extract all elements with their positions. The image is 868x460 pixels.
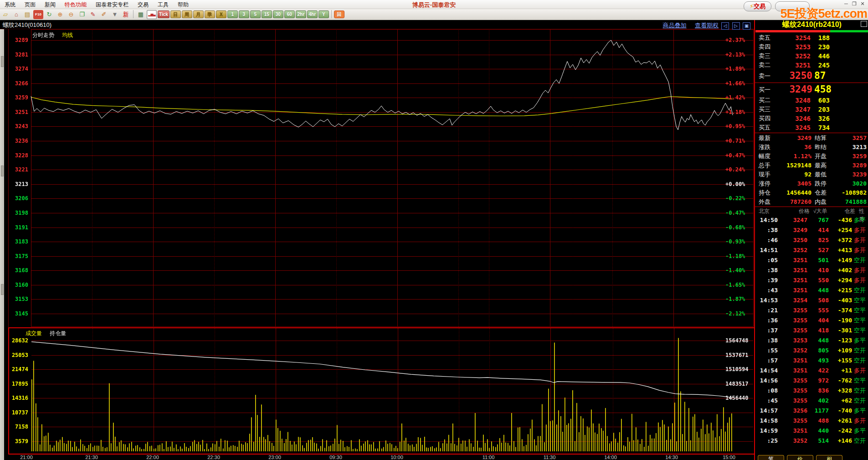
quote-grid-icon[interactable]: ▦ — [136, 10, 146, 19]
period-button-30[interactable]: 30 — [273, 10, 283, 18]
overlay-icon[interactable]: ❐ — [77, 10, 87, 19]
zoom-in-icon[interactable]: ⊕ — [55, 10, 65, 19]
zoom-out-icon[interactable]: ⊖ — [66, 10, 76, 19]
period-button-1[interactable]: 1 — [227, 10, 238, 18]
period-button-15[interactable]: 15 — [262, 10, 272, 18]
volume-axis-label: 28632 — [7, 337, 28, 344]
tick-row[interactable]: 14:533254508-403空平 — [755, 295, 868, 305]
stat-row: 最新3249结算3257 — [755, 134, 868, 143]
replay-button[interactable]: 回 — [334, 10, 344, 18]
period-button-2hr[interactable]: 2hr — [296, 10, 306, 18]
tick-row[interactable]: :463250825+372多开 — [755, 235, 868, 245]
back-arrow-icon[interactable]: ◁ — [721, 22, 729, 30]
ask-row[interactable]: 卖五3254188 — [755, 33, 868, 42]
tick-row[interactable]: 14:543251422+11多开 — [755, 366, 868, 376]
period-button-60[interactable]: 60 — [284, 10, 295, 18]
draw-icon[interactable]: ✎ — [88, 10, 98, 19]
tick-row[interactable]: :363255404-190空平 — [755, 315, 868, 326]
volume-label[interactable]: 成交量 — [26, 330, 42, 336]
time-axis-label: 14:30 — [662, 455, 682, 460]
tick-row[interactable]: 14:5732561177-740多平 — [755, 406, 868, 416]
menu-bar: 系统页面新闻特色功能国泰君安专栏交易工具帮助 博易云-国泰君安 — [0, 0, 868, 9]
tick-row[interactable]: 14:503247767-436多平 — [755, 215, 868, 225]
refresh-icon[interactable]: ↻ — [44, 10, 54, 19]
split-view-icon[interactable]: ▣ — [743, 22, 750, 30]
bid-row[interactable]: 买三3247203 — [755, 105, 868, 114]
folder-icon[interactable]: ▱ — [0, 10, 10, 19]
period-button-Tick[interactable]: Tick — [158, 10, 169, 18]
f10-icon[interactable]: F10 — [33, 10, 43, 19]
tick-row[interactable]: 14:593251440-242多平 — [755, 426, 868, 436]
tick-row[interactable]: 14:583255488+261多开 — [755, 416, 868, 426]
menu-item-帮助[interactable]: 帮助 — [173, 0, 193, 9]
price-axis-label: 3213 — [7, 181, 28, 187]
tick-row[interactable]: :053251501+149空开 — [755, 255, 868, 265]
tick-row[interactable]: :433251448+215空开 — [755, 285, 868, 295]
buy-ratio-segment — [830, 30, 868, 32]
filter-icon[interactable]: ▼ — [110, 10, 120, 19]
menu-item-工具[interactable]: 工具 — [153, 0, 173, 9]
period-button-4hr[interactable]: 4hr — [307, 10, 318, 18]
period-button-日[interactable]: 日 — [170, 10, 181, 18]
menu-item-新闻[interactable]: 新闻 — [40, 0, 60, 9]
tick-row[interactable]: :083255836+328空开 — [755, 386, 868, 396]
menu-item-交易[interactable]: 交易 — [133, 0, 153, 9]
side-splitter[interactable] — [0, 29, 4, 460]
tick-row[interactable]: 14:513252527+413多开 — [755, 245, 868, 255]
tick-row[interactable]: :383253448-123多平 — [755, 336, 868, 346]
bid-row[interactable]: 买五3245734 — [755, 123, 868, 132]
ask1-row[interactable]: 卖一325087 — [755, 70, 868, 82]
ask-row[interactable]: 卖二3251245 — [755, 61, 868, 70]
bid-row[interactable]: 买二3248603 — [755, 96, 868, 105]
tick-table[interactable]: 14:503247767-436多平:383249414+254多开:46325… — [755, 215, 868, 446]
ask-row[interactable]: 卖四3253230 — [755, 42, 868, 52]
timeshare-label[interactable]: 分时走势 — [32, 32, 54, 38]
tick-row[interactable]: :253252514+146空开 — [755, 436, 868, 446]
tick-row[interactable]: :453255402+62空开 — [755, 396, 868, 406]
volume-pane: 成交量 持仓量 — [8, 327, 754, 455]
open-interest-label[interactable]: 持仓量 — [50, 330, 66, 336]
menu-item-国泰君安专栏[interactable]: 国泰君安专栏 — [91, 0, 133, 9]
ask-row[interactable]: 卖三3252446 — [755, 52, 868, 61]
tick-row[interactable]: :213255555-374空平 — [755, 305, 868, 315]
trade-button[interactable]: ⚡交易 — [744, 1, 771, 11]
ma-label[interactable]: 均线 — [62, 32, 73, 38]
tick-row[interactable]: :573251493+155空开 — [755, 356, 868, 366]
overlay-link[interactable]: 商品叠加 — [663, 22, 687, 29]
bid-row[interactable]: 买四3246326 — [755, 114, 868, 123]
forward-arrow-icon[interactable]: ▷ — [732, 22, 740, 30]
timeshare-chart-icon[interactable]: ▂▅▃ — [147, 10, 157, 19]
news-icon[interactable]: ▤ — [22, 10, 32, 19]
period-button-季[interactable]: 季 — [205, 10, 215, 18]
tick-row[interactable]: :393251550+294多开 — [755, 275, 868, 285]
period-button-Y[interactable]: Y — [318, 10, 329, 18]
brush-icon[interactable]: ✐ — [99, 10, 109, 19]
home-icon[interactable]: ⌂ — [11, 10, 21, 19]
panel-tab-相[interactable]: 相 — [816, 455, 842, 460]
period-button-月[interactable]: 月 — [193, 10, 204, 18]
watermark: 5E投资5etz.com — [780, 5, 867, 22]
tick-row[interactable]: 14:563255972-762空平 — [755, 376, 868, 386]
symbol-tab[interactable]: 螺纹2410(010610) — [3, 21, 51, 29]
tick-row[interactable]: :373255418-301空平 — [755, 326, 868, 336]
tick-row[interactable]: :383251410+402多开 — [755, 265, 868, 275]
percent-axis-label: -0.93% — [725, 238, 752, 245]
menu-item-页面[interactable]: 页面 — [20, 0, 40, 9]
period-button-3[interactable]: 3 — [239, 10, 249, 18]
menu-item-特色功能[interactable]: 特色功能 — [60, 0, 91, 9]
new-icon[interactable]: 新 — [121, 10, 131, 19]
panel-tab-笔[interactable]: 笔 — [758, 455, 784, 460]
period-button-X[interactable]: X — [216, 10, 226, 18]
view-options-link[interactable]: 查看期权 — [695, 22, 719, 29]
tick-row[interactable]: :553252805+109空开 — [755, 346, 868, 356]
tick-row[interactable]: :383249414+254多开 — [755, 225, 868, 235]
toolbar-divider — [331, 10, 332, 18]
price-chart-canvas[interactable] — [9, 29, 754, 327]
volume-chart-canvas[interactable] — [9, 328, 753, 452]
bid1-row[interactable]: 买一3249458 — [755, 83, 868, 96]
menu-item-系统[interactable]: 系统 — [0, 0, 20, 9]
period-button-5[interactable]: 5 — [250, 10, 261, 18]
tick-header-col: 价格 — [799, 207, 810, 215]
period-button-周[interactable]: 周 — [182, 10, 192, 18]
panel-tab-价[interactable]: 价 — [787, 455, 813, 460]
